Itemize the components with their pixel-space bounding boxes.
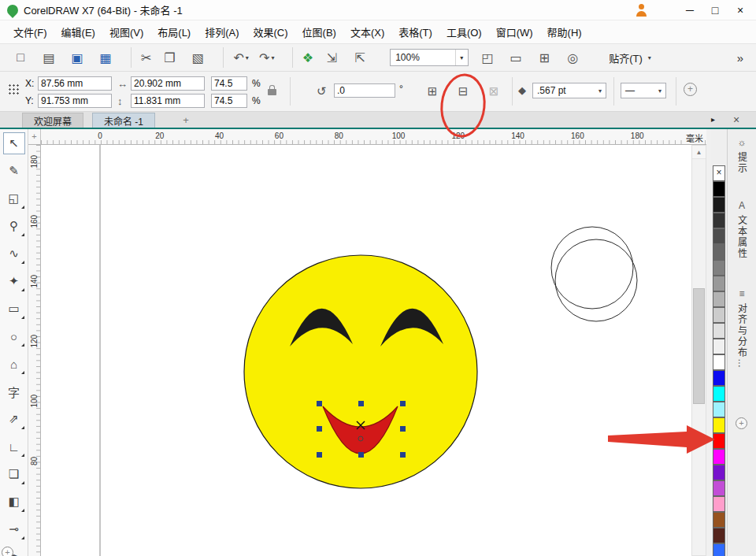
menu-item-bitmaps[interactable]: 位图(B): [295, 21, 343, 43]
polygon-tool[interactable]: ⌂: [3, 353, 25, 375]
color-swatch[interactable]: [713, 323, 725, 339]
menu-item-layout[interactable]: 布局(L): [150, 21, 198, 43]
selection-handle[interactable]: [400, 426, 406, 432]
zoom-level-combo[interactable]: 100% ▾: [390, 49, 469, 66]
color-swatch[interactable]: [713, 354, 725, 370]
redo-button[interactable]: ↷▾: [257, 47, 277, 68]
color-swatch[interactable]: [713, 543, 725, 556]
color-swatch[interactable]: [713, 402, 725, 417]
color-swatch[interactable]: [713, 291, 725, 307]
color-eyedropper-tool[interactable]: ⊸: [3, 518, 25, 540]
save-button[interactable]: ▣: [67, 47, 87, 68]
text-tool[interactable]: 字: [3, 380, 25, 402]
cut-button[interactable]: ✂: [131, 47, 151, 68]
color-swatch[interactable]: [713, 307, 725, 323]
no-color-swatch[interactable]: ×: [713, 165, 725, 181]
open-document-button[interactable]: ▤: [39, 47, 59, 68]
tab-scroll-icon[interactable]: ▸: [711, 115, 715, 124]
menu-item-view[interactable]: 视图(V): [102, 21, 150, 43]
object-origin-grid-icon[interactable]: [8, 83, 19, 95]
fullscreen-preview-button[interactable]: ◰: [477, 47, 498, 68]
user-account-icon[interactable]: [635, 4, 647, 17]
color-swatch[interactable]: [713, 370, 725, 386]
rotation-angle-input[interactable]: [334, 83, 395, 98]
selection-handle[interactable]: [358, 401, 364, 406]
x-position-input[interactable]: [38, 76, 112, 91]
document-tab-welcome[interactable]: 欢迎屏幕: [22, 113, 83, 128]
color-swatch[interactable]: [713, 386, 725, 402]
selection-handle[interactable]: [317, 401, 322, 406]
print-button[interactable]: ▦: [95, 47, 116, 68]
menu-item-arrange[interactable]: 排列(A): [198, 21, 246, 43]
add-page-button[interactable]: +: [2, 547, 13, 556]
drawing-canvas[interactable]: [41, 145, 691, 556]
toolbar-overflow-button[interactable]: »: [737, 51, 743, 65]
line-style-combo[interactable]: — ▾: [621, 83, 666, 98]
color-swatch[interactable]: [713, 213, 725, 228]
palette-options-button[interactable]: +: [736, 417, 747, 429]
color-swatch[interactable]: [713, 260, 725, 276]
drop-shadow-tool[interactable]: ❏: [3, 463, 25, 485]
ruler-origin-corner[interactable]: +: [28, 129, 41, 145]
selection-handle[interactable]: [358, 452, 364, 458]
color-swatch[interactable]: [713, 417, 725, 433]
docker-tab-hints[interactable]: ☼ 提示: [731, 137, 753, 174]
scrollbar-thumb[interactable]: [693, 288, 705, 404]
color-swatch[interactable]: [713, 496, 725, 512]
selection-handle[interactable]: [400, 452, 406, 458]
new-document-button[interactable]: □: [10, 47, 31, 68]
outline-width-combo[interactable]: .567 pt ▾: [532, 83, 606, 98]
scale-x-input[interactable]: [211, 76, 247, 91]
quick-customize-button[interactable]: +: [684, 83, 697, 96]
scroll-up-button[interactable]: ▲: [692, 146, 706, 159]
color-swatch[interactable]: [713, 449, 725, 465]
selection-handle[interactable]: [317, 452, 322, 458]
close-document-icon[interactable]: ×: [733, 113, 739, 126]
color-swatch[interactable]: [713, 276, 725, 291]
color-swatch[interactable]: [713, 244, 725, 260]
docker-tab-text-properties[interactable]: A 文本属性: [731, 200, 753, 259]
close-button[interactable]: ×: [728, 1, 753, 20]
ellipse-tool[interactable]: ○: [3, 325, 25, 347]
vertical-scrollbar[interactable]: ▲: [691, 145, 706, 556]
document-tab-untitled[interactable]: 未命名 -1: [92, 113, 155, 128]
connector-tool[interactable]: ∟: [3, 436, 25, 458]
color-swatch[interactable]: [713, 465, 725, 480]
undo-button[interactable]: ↶▾: [223, 47, 248, 68]
scale-y-input[interactable]: [211, 94, 247, 108]
import-button[interactable]: ⇲: [321, 47, 342, 68]
color-swatch[interactable]: [713, 197, 725, 213]
parallel-dimension-tool[interactable]: ⇗: [3, 408, 25, 430]
object-height-input[interactable]: [131, 94, 205, 108]
rectangle-tool[interactable]: ▭: [3, 298, 25, 320]
color-swatch[interactable]: [713, 480, 725, 496]
menu-item-help[interactable]: 帮助(H): [540, 21, 589, 43]
menu-item-file[interactable]: 文件(F): [6, 21, 54, 43]
smart-fill-tool[interactable]: ✦: [3, 270, 25, 292]
menu-item-edit[interactable]: 编辑(E): [54, 21, 102, 43]
menu-item-text[interactable]: 文本(X): [343, 21, 391, 43]
shape-tool[interactable]: ✎: [3, 160, 25, 182]
color-swatch[interactable]: [713, 181, 725, 197]
color-swatch[interactable]: [713, 339, 725, 354]
menu-item-effects[interactable]: 效果(C): [246, 21, 295, 43]
menu-item-table[interactable]: 表格(T): [391, 21, 439, 43]
new-tab-button[interactable]: +: [180, 114, 192, 127]
combine-button[interactable]: ⊟: [453, 81, 473, 102]
snap-to-button[interactable]: 贴齐(T) ▾: [609, 50, 651, 65]
search-content-button[interactable]: ❖: [292, 47, 313, 68]
chevron-down-icon[interactable]: ▾: [455, 50, 463, 65]
export-button[interactable]: ⇱: [350, 47, 370, 68]
color-swatch[interactable]: [713, 228, 725, 244]
menu-item-window[interactable]: 窗口(W): [489, 21, 540, 43]
h-ruler[interactable]: 毫米 020406080100120140160180: [41, 129, 711, 145]
selection-handle[interactable]: [317, 426, 322, 432]
crop-tool[interactable]: ◱: [3, 187, 25, 209]
color-swatch[interactable]: [713, 433, 725, 449]
color-swatch[interactable]: [713, 528, 725, 543]
v-ruler[interactable]: 18016014012010080: [28, 145, 41, 556]
menu-item-tools[interactable]: 工具(O): [439, 21, 489, 43]
group-button[interactable]: ⊞: [422, 81, 443, 102]
outline-circle-2[interactable]: [555, 239, 637, 321]
docker-tab-align-distribute[interactable]: ≡ 对齐与分布…: [731, 288, 753, 369]
